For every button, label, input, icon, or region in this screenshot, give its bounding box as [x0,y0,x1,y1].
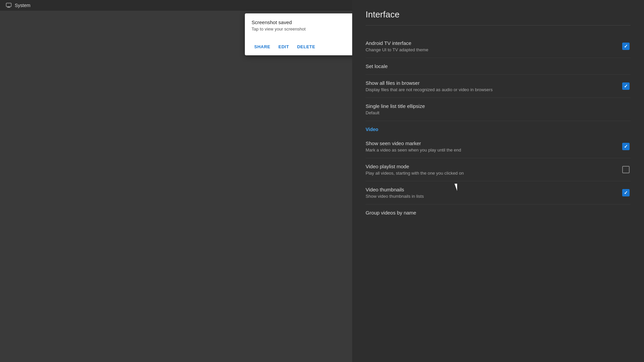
setting-show-all-files-label: Show all files in browser [366,80,621,86]
setting-seen-video-marker-text: Show seen video marker Mark a video as s… [366,140,621,153]
delete-button[interactable]: DELETE [294,42,318,51]
group-videos-label: Group videos by name [366,210,416,216]
edit-button[interactable]: EDIT [276,42,292,51]
setting-video-thumbnails-label: Video thumbnails [366,187,621,192]
section-header-video: Video [366,121,631,135]
android-tv-checkbox[interactable] [621,42,631,51]
setting-video-thumbnails-text: Video thumbnails Show video thumbnails i… [366,187,621,199]
svg-rect-0 [6,3,11,7]
setting-set-locale[interactable]: Set locale [366,58,631,75]
setting-playlist-mode-label: Video playlist mode [366,164,621,169]
video-thumbnails-checked-icon [622,189,630,196]
video-thumbnails-checkbox[interactable] [621,188,631,197]
setting-playlist-mode-text: Video playlist mode Play all videos, sta… [366,164,621,176]
set-locale-label: Set locale [366,63,388,69]
playlist-mode-unchecked-icon [622,166,630,173]
top-bar-title: System [15,3,31,8]
setting-ellipsize-text: Single line list title ellipsize Default [366,103,631,115]
svg-rect-2 [7,7,10,8]
system-icon [5,2,12,9]
settings-panel: Interface Android TV interface Change UI… [352,0,644,362]
setting-show-all-files-text: Show all files in browser Display files … [366,80,621,92]
notification-text: Screenshot saved Tap to view your screen… [252,19,368,32]
setting-android-tv[interactable]: Android TV interface Change UI to TV ada… [366,35,631,58]
setting-seen-video-marker-label: Show seen video marker [366,140,621,146]
setting-ellipsize-desc: Default [366,110,631,115]
settings-panel-title: Interface [366,9,631,25]
section-header-video-label: Video [366,127,378,132]
setting-show-all-files[interactable]: Show all files in browser Display files … [366,75,631,98]
share-button[interactable]: SHARE [252,42,273,51]
setting-android-tv-text: Android TV interface Change UI to TV ada… [366,40,621,52]
setting-video-thumbnails-desc: Show video thumbnails in lists [366,194,621,199]
setting-playlist-mode[interactable]: Video playlist mode Play all videos, sta… [366,158,631,181]
seen-video-marker-checkbox[interactable] [621,142,631,151]
setting-seen-video-marker[interactable]: Show seen video marker Mark a video as s… [366,135,631,158]
setting-android-tv-desc: Change UI to TV adapted theme [366,47,621,52]
setting-ellipsize[interactable]: Single line list title ellipsize Default [366,98,631,121]
show-all-files-checkbox[interactable] [621,81,631,91]
setting-ellipsize-label: Single line list title ellipsize [366,103,631,109]
setting-playlist-mode-desc: Play all videos, starting with the one y… [366,171,621,176]
seen-video-marker-checked-icon [622,143,630,150]
setting-seen-video-marker-desc: Mark a video as seen when you play until… [366,147,621,153]
setting-video-thumbnails[interactable]: Video thumbnails Show video thumbnails i… [366,181,631,204]
android-tv-checked-icon [622,43,630,50]
svg-rect-1 [8,7,10,7]
setting-group-videos[interactable]: Group videos by name [366,204,631,221]
setting-show-all-files-desc: Display files that are not recognized as… [366,87,621,92]
notification-subtitle: Tap to view your screenshot [252,26,368,32]
notification-title: Screenshot saved [252,19,368,25]
playlist-mode-checkbox[interactable] [621,165,631,174]
show-all-files-checked-icon [622,82,630,90]
setting-android-tv-label: Android TV interface [366,40,621,46]
